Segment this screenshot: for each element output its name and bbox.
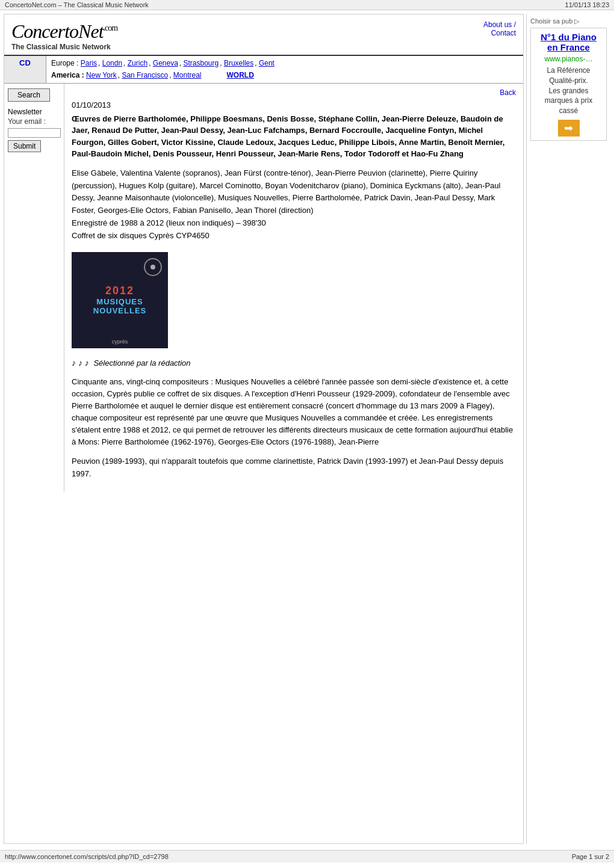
- browser-datetime: 11/01/13 18:23: [565, 1, 609, 8]
- city-paris[interactable]: Paris: [81, 59, 97, 67]
- bottom-url: http://www.concertonet.com/scripts/cd.ph…: [5, 853, 169, 860]
- city-strasbourg[interactable]: Strasbourg: [184, 59, 219, 67]
- world-link[interactable]: WORLD: [227, 71, 254, 79]
- europe-label: Europe :: [51, 59, 78, 67]
- contact-link[interactable]: Contact: [491, 29, 516, 37]
- ad-arrow[interactable]: ➡: [558, 120, 580, 137]
- album-image: 2012 MUSIQUES NOUVELLES cyprès: [72, 252, 168, 348]
- ad-title[interactable]: N°1 du Pianoen France: [535, 32, 603, 52]
- search-button[interactable]: Search: [8, 88, 50, 102]
- album-nouvelles: NOUVELLES: [93, 306, 146, 315]
- city-bruxelles[interactable]: Bruxelles: [224, 59, 253, 67]
- ad-box: N°1 du Pianoen France www.pianos-… La Ré…: [530, 28, 607, 141]
- album-year: 2012: [105, 285, 134, 297]
- city-gent[interactable]: Gent: [259, 59, 274, 67]
- city-londn[interactable]: Londn: [102, 59, 122, 67]
- nav-bar: CD Europe : Paris, Londn, Zurich, Geneva…: [4, 56, 523, 84]
- site-logo[interactable]: ConcertoNet.com: [11, 20, 117, 43]
- cd-link[interactable]: CD: [19, 58, 31, 67]
- about-link[interactable]: About us /: [483, 20, 516, 29]
- article-performers: Elise Gäbele, Valentina Valente (soprano…: [72, 167, 516, 242]
- album-footer: cyprès: [112, 339, 128, 345]
- article-date: 01/10/2013: [72, 100, 516, 109]
- selection-notice: ♪ ♪ ♪ Sélectionné par la rédaction: [72, 358, 516, 368]
- email-label: Your email :: [8, 117, 60, 126]
- city-montreal[interactable]: Montreal: [173, 71, 202, 79]
- selection-text: Sélectionné par la rédaction: [93, 359, 190, 368]
- submit-button[interactable]: Submit: [8, 140, 41, 152]
- logo-com: .com: [104, 23, 118, 32]
- logo-text: ConcertoNet.com: [11, 20, 117, 42]
- sidebar: Search Newsletter Your email : Submit: [4, 84, 64, 492]
- ad-site: www.pianos-…: [535, 55, 603, 63]
- nav-cd[interactable]: CD: [4, 56, 46, 83]
- newsletter-label: Newsletter: [8, 108, 60, 116]
- bottom-page: Page 1 sur 2: [572, 853, 609, 860]
- article-body-1: Cinquante ans, vingt-cinq compositeurs :…: [72, 376, 516, 449]
- music-notes-icon: ♪ ♪ ♪: [72, 358, 89, 368]
- america-label: America :: [51, 71, 84, 79]
- ad-label[interactable]: Choisir sa pub ▷: [530, 17, 607, 25]
- city-geneva[interactable]: Geneva: [153, 59, 178, 67]
- header-links: About us / Contact: [483, 20, 516, 37]
- city-newyork[interactable]: New York: [86, 71, 117, 79]
- article-body-2: Peuvion (1989-1993), qui n'apparaît tout…: [72, 455, 516, 479]
- city-zurich[interactable]: Zurich: [128, 59, 147, 67]
- album-circle-inner: [150, 265, 155, 269]
- article-area: Back 01/10/2013 Œuvres de Pierre Barthol…: [64, 84, 523, 492]
- right-panel: Choisir sa pub ▷ N°1 du Pianoen France w…: [526, 14, 610, 844]
- ad-desc: La Référence Qualité-prix. Les grandes m…: [535, 66, 603, 116]
- album-musiques: MUSIQUES: [96, 297, 143, 306]
- city-sanfrancisco[interactable]: San Francisco: [122, 71, 168, 79]
- album-circle: [144, 258, 162, 276]
- back-link[interactable]: Back: [500, 88, 516, 97]
- article-composers: Œuvres de Pierre Bartholomée, Philippe B…: [72, 113, 516, 160]
- email-input[interactable]: [8, 128, 61, 138]
- site-tagline: The Classical Music Network: [11, 43, 117, 51]
- nav-links: Europe : Paris, Londn, Zurich, Geneva, S…: [46, 56, 523, 83]
- browser-title: ConcertoNet.com – The Classical Music Ne…: [5, 1, 149, 8]
